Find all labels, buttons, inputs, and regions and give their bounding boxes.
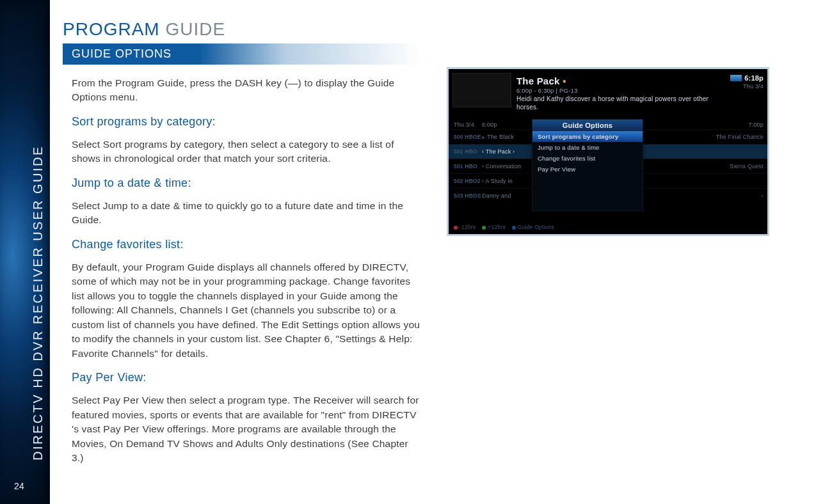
red-dot-icon (454, 226, 458, 230)
blue-dot-icon (512, 226, 516, 230)
ss-footer-hints: -12hrs +12hrs Guide Options (454, 224, 554, 230)
subheading-ppv: Pay Per View: (72, 371, 421, 384)
main-content: PROGRAM GUIDE GUIDE OPTIONS From the Pro… (63, 19, 797, 491)
ss-channel: 501 HBO (454, 148, 482, 155)
page-title-word1: PROGRAM (63, 19, 160, 39)
paragraph-ppv: Select Pay Per View then select a progra… (72, 393, 421, 465)
ss-date: Thu 3/4 (730, 83, 764, 90)
ss-popup-item: Pay Per View (532, 164, 643, 175)
paragraph-jump: Select Jump to a date & time to quickly … (72, 199, 421, 228)
page-title: PROGRAM GUIDE (63, 19, 797, 40)
ss-time: 6:18p (744, 74, 764, 82)
intro-paragraph: From the Program Guide, press the DASH k… (72, 76, 421, 105)
vertical-doc-title: DIRECTV HD DVR RECEIVER USER GUIDE (31, 145, 45, 461)
ss-program-info: The Pack ● 6:00p - 6:30p | PG-13 Heidi a… (516, 75, 729, 111)
subheading-jump: Jump to a date & time: (72, 177, 421, 190)
ss-popup-header: Guide Options (532, 120, 643, 131)
ss-grid-date: Thu 3/4 (454, 122, 482, 128)
text-column: From the Program Guide, press the DASH k… (63, 67, 421, 465)
ss-channel: 502 HBO2 (454, 178, 482, 184)
ss-popup-item-selected: Sort programs by category (532, 131, 643, 142)
ss-channel: 500 HBOE (454, 134, 482, 140)
subheading-favorites: Change favorites list: (72, 238, 421, 251)
ss-program-meta: 6:00p - 6:30p | PG-13 (516, 87, 729, 94)
record-dot-icon: ● (563, 77, 566, 84)
ss-guide-options-popup: Guide Options Sort programs by category … (532, 119, 643, 211)
paragraph-sort: Select Sort programs by category, then s… (72, 138, 421, 166)
ss-popup-item: Change favorites list (532, 153, 643, 164)
ss-channel: 501 HBO (454, 163, 482, 169)
left-rail: DIRECTV HD DVR RECEIVER USER GUIDE 24 (0, 0, 50, 504)
directv-logo-icon (730, 75, 742, 81)
page-number: 24 (0, 481, 38, 491)
ss-foot-b: +12hrs (488, 224, 505, 230)
ss-program-desc: Heidi and Kathy discover a horse with ma… (516, 95, 729, 111)
tv-screenshot: 6:18p Thu 3/4 The Pack ● 6:00p - 6:30p |… (447, 67, 769, 236)
ss-video-preview (452, 73, 511, 107)
green-dot-icon (482, 226, 486, 230)
paragraph-favorites: By default, your Program Guide displays … (72, 260, 421, 361)
ss-foot-c: Guide Options (518, 224, 554, 230)
ss-clock: 6:18p Thu 3/4 (730, 72, 764, 90)
ss-foot-a: -12hrs (460, 224, 476, 230)
section-heading-bar: GUIDE OPTIONS (63, 43, 421, 65)
subheading-sort: Sort programs by category: (72, 115, 421, 129)
ss-program-title: The Pack (516, 75, 559, 86)
ss-channel: 503 HBOS (454, 193, 482, 199)
page-title-word2: GUIDE (165, 19, 225, 39)
ss-popup-item: Jump to a date & time (532, 142, 643, 153)
